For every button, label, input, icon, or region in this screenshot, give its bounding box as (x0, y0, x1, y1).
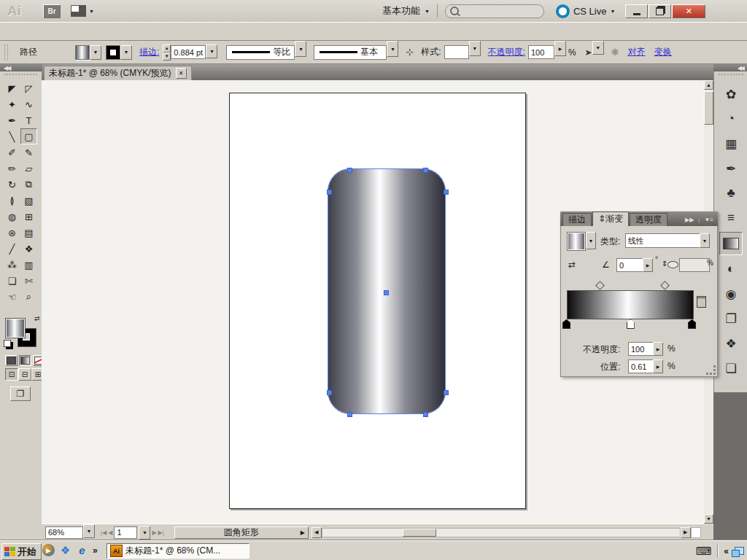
panel-grip[interactable] (719, 74, 743, 77)
lasso-tool[interactable]: ∿ (20, 96, 37, 112)
expand-panel-icon[interactable]: ▶▶ (685, 217, 694, 223)
status-display[interactable]: 圆角矩形 ▶ (174, 526, 309, 539)
anchor-point[interactable] (347, 168, 352, 173)
symbols-panel-icon[interactable]: ♣ (720, 182, 742, 204)
restore-button[interactable] (649, 4, 671, 18)
first-artboard-button[interactable]: |◀ (101, 529, 107, 536)
horizontal-scroll-thumb[interactable] (403, 529, 436, 537)
line-segment-tool[interactable]: ╲ (4, 128, 20, 144)
chevron-down-icon[interactable]: ▼ (139, 526, 150, 540)
network-icon[interactable] (735, 547, 744, 555)
spin-right-icon[interactable]: ▶ (554, 41, 566, 56)
overflow-chevron-icon[interactable]: » (93, 545, 98, 556)
draw-behind-button[interactable]: ⊟ (18, 368, 31, 381)
tab-stroke[interactable]: 描边 (562, 213, 592, 226)
perspective-grid-tool[interactable]: ⊞ (20, 209, 37, 225)
tab-gradient[interactable]: ⇕渐变 (592, 211, 629, 226)
slice-tool[interactable]: ✄ (20, 273, 37, 289)
internet-explorer-icon[interactable]: e (76, 544, 88, 556)
last-artboard-button[interactable]: ▶| (158, 529, 164, 536)
hand-tool[interactable]: ☜ (4, 289, 20, 305)
gradient-preset-dropdown[interactable]: ▼ (586, 232, 596, 249)
recolor-artwork-icon[interactable]: ⊹ (406, 47, 414, 58)
scroll-up-button[interactable]: ▲ (704, 80, 713, 90)
tray-collapse-icon[interactable]: « (724, 546, 729, 556)
draw-normal-button[interactable]: ⊡ (5, 368, 18, 381)
cs-live-button[interactable]: CS Live ▼ (556, 4, 615, 18)
blend-tool[interactable]: ❖ (20, 241, 37, 257)
anchor-point[interactable] (327, 390, 332, 395)
spin-up-icon[interactable]: ▲ (163, 44, 171, 52)
gradient-stop-2[interactable] (688, 319, 696, 329)
anchor-point[interactable] (444, 390, 449, 395)
rotate-tool[interactable]: ↻ (4, 176, 20, 192)
symbol-sprayer-tool[interactable]: ⁂ (4, 257, 20, 273)
spin-down-icon[interactable]: ▼ (163, 52, 171, 61)
anchor-point[interactable] (444, 190, 449, 195)
select-similar-icon[interactable]: ➤ (585, 47, 592, 58)
type-tool[interactable]: T (20, 112, 37, 128)
isolate-mode-icon[interactable]: ❋ (611, 47, 619, 58)
screen-mode-button[interactable]: ❐ (10, 386, 31, 401)
gradient-stop-1[interactable] (627, 319, 635, 329)
scroll-right-button[interactable]: ▶ (681, 527, 691, 538)
chevron-down-icon[interactable]: ▼ (592, 41, 604, 55)
close-button[interactable]: ✕ (672, 4, 705, 18)
shape-builder-tool[interactable]: ◍ (4, 209, 20, 225)
stroke-panel-icon[interactable]: ≡ (720, 207, 742, 229)
arrange-documents-button[interactable]: ▼ (71, 5, 94, 17)
gradient-button[interactable] (19, 355, 31, 366)
stroke-panel-link[interactable]: 描边: (139, 46, 159, 58)
minimize-button[interactable] (625, 4, 648, 18)
gradient-stop-0[interactable] (562, 319, 570, 329)
document-tab[interactable]: 未标题-1* @ 68% (CMYK/预览) ✕ (44, 66, 192, 80)
messenger-icon[interactable]: ❖ (59, 544, 71, 556)
illustrator-task-button[interactable]: Ai 未标题-1* @ 68% (CM... (107, 543, 249, 559)
panel-resize-grip[interactable] (706, 365, 716, 375)
gradient-midpoint-1[interactable] (660, 281, 670, 290)
artboards-panel-icon[interactable]: ❏ (720, 357, 742, 379)
stepper-arrows[interactable]: ▲▼ (163, 44, 171, 61)
scroll-down-button[interactable]: ▼ (704, 514, 713, 524)
eyedropper-tool[interactable]: ╱ (4, 241, 20, 257)
angle-value[interactable]: 0 (616, 258, 646, 272)
tab-transparency[interactable]: 透明度 (630, 213, 667, 226)
stop-opacity-value[interactable]: 100 (628, 342, 656, 356)
stop-location-value[interactable]: 0.61 (628, 359, 656, 373)
delete-stop-icon[interactable] (697, 296, 706, 308)
swap-fill-stroke-icon[interactable]: ⇄ (34, 315, 40, 322)
panel-grip[interactable] (4, 44, 8, 61)
anchor-point[interactable] (423, 412, 428, 417)
transform-link[interactable]: 变换 (654, 46, 672, 58)
magic-wand-tool[interactable]: ✦ (4, 96, 20, 112)
anchor-point[interactable] (327, 190, 332, 195)
selection-tool[interactable]: ◤ (4, 80, 20, 96)
spin-right-icon[interactable]: ▶ (653, 359, 663, 373)
gradient-tool[interactable]: ▤ (20, 225, 37, 241)
layers-panel-icon[interactable]: ❖ (720, 332, 742, 354)
width-profile-select[interactable]: 等比 (226, 45, 295, 60)
tab-close-button[interactable]: ✕ (176, 68, 187, 79)
vertical-scroll-thumb[interactable] (704, 91, 713, 125)
color-guide-panel-icon[interactable]: ◔ (720, 108, 742, 130)
color-button[interactable] (5, 355, 18, 366)
anchor-point[interactable] (423, 168, 428, 173)
workspace-switcher[interactable]: 基本功能 ▼ (382, 4, 430, 18)
brushes-panel-icon[interactable]: ✒ (720, 158, 742, 179)
anchor-point[interactable] (347, 412, 352, 417)
pencil-tool[interactable]: ✎ (20, 144, 37, 160)
paintbrush-tool[interactable]: ✐ (4, 144, 20, 160)
swatches-panel-icon[interactable]: ▦ (720, 133, 742, 155)
gradient-panel-icon[interactable] (719, 232, 743, 255)
rounded-rectangle-tool[interactable]: ▢ (20, 128, 37, 144)
fill-proxy[interactable] (5, 318, 26, 338)
pen-tool[interactable]: ✒ (4, 112, 20, 128)
panel-menu-icon[interactable]: ▼≡ (704, 217, 713, 223)
direct-selection-tool[interactable]: ◸ (20, 80, 37, 96)
gradient-midpoint-0[interactable] (595, 281, 605, 290)
stroke-weight-value[interactable]: 0.884 pt (171, 45, 206, 59)
artboard-tool[interactable]: ❏ (4, 273, 20, 289)
chevron-down-icon[interactable]: ▼ (83, 524, 95, 538)
center-point[interactable] (384, 290, 389, 295)
spin-right-icon[interactable]: ▶ (643, 258, 653, 272)
